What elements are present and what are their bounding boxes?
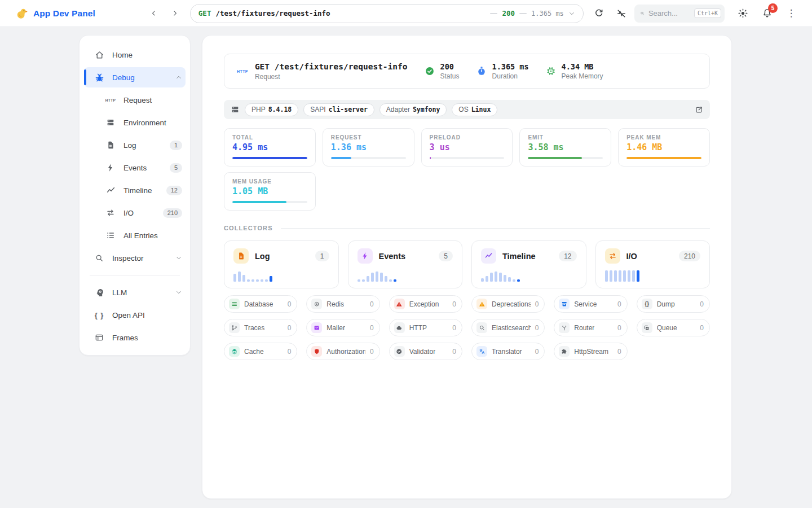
chip-traces[interactable]: Traces0	[224, 319, 297, 336]
collector-card-io[interactable]: I/O 210	[595, 240, 710, 288]
check-circle-icon	[425, 66, 435, 76]
forward-button[interactable]	[169, 7, 182, 20]
sidebar-item-open-api[interactable]: { } Open API	[80, 304, 190, 326]
events-sparkline	[358, 270, 453, 282]
count-badge: 5	[170, 163, 182, 173]
search-box[interactable]: Ctrl+K	[634, 5, 725, 23]
chip-validator[interactable]: Validator0	[389, 343, 462, 360]
sidebar-item-label: Inspector	[112, 254, 144, 262]
back-button[interactable]	[147, 7, 161, 20]
duck-logo-icon	[16, 7, 28, 20]
chip-http[interactable]: HTTP0	[389, 319, 462, 336]
section-divider	[281, 228, 710, 229]
shield-icon	[311, 346, 322, 357]
search-icon	[640, 9, 645, 17]
check-circle-icon	[394, 346, 405, 357]
file-icon	[233, 248, 249, 264]
env-badge-os: OSLinux	[452, 103, 497, 116]
metric-card-total: TOTAL 4.95 ms	[224, 128, 316, 167]
sidebar-item-request[interactable]: HTTP Request	[80, 89, 190, 111]
app-brand: App Dev Panel	[16, 7, 95, 20]
stopwatch-icon	[476, 66, 487, 76]
sidebar-item-debug[interactable]: Debug	[80, 66, 190, 89]
collector-title: Log	[255, 252, 270, 261]
duration-value: 1.365 ms	[492, 62, 529, 71]
count-badge: 12	[166, 186, 182, 195]
chip-mailer[interactable]: Mailer0	[306, 319, 379, 336]
chevron-down-icon[interactable]	[568, 10, 575, 17]
env-badge-adapter: AdapterSymfony	[379, 103, 447, 116]
puzzle-icon	[559, 346, 570, 357]
metric-label: TOTAL	[232, 134, 307, 141]
open-environment-button[interactable]	[695, 106, 703, 114]
network-toggle-button[interactable]	[615, 7, 628, 20]
chip-dump[interactable]: {} Dump0	[637, 295, 710, 313]
sidebar-item-home[interactable]: Home	[80, 43, 190, 66]
refresh-button[interactable]	[593, 7, 605, 20]
request-path: /test/fixtures/request-info	[215, 9, 330, 17]
chip-database[interactable]: Database0	[224, 295, 297, 313]
metrics-grid: TOTAL 4.95 ms REQUEST 1.36 ms PRELOAD 3 …	[224, 128, 710, 211]
sidebar-item-timeline[interactable]: Timeline 12	[80, 179, 190, 202]
sidebar-item-label: Debug	[112, 73, 135, 82]
metric-card-emit: EMIT 3.58 ms	[519, 128, 611, 167]
sidebar-item-log[interactable]: Log 1	[80, 134, 190, 156]
bug-icon	[94, 72, 104, 82]
metric-card-preload: PRELOAD 3 us	[421, 128, 513, 167]
braces-icon: {}	[642, 299, 652, 309]
mail-icon	[311, 322, 322, 333]
translate-icon	[476, 346, 487, 357]
env-badge-php: PHP8.4.18	[245, 103, 298, 116]
notifications-button[interactable]: 5	[761, 7, 773, 20]
search-input[interactable]	[648, 9, 690, 17]
chevron-down-icon	[175, 255, 182, 261]
memory-value: 4.34 MB	[562, 62, 603, 71]
theme-toggle-button[interactable]	[736, 7, 749, 20]
sidebar-item-io[interactable]: I/O 210	[80, 202, 190, 224]
chip-deprecations[interactable]: Deprecations0	[471, 295, 545, 313]
sidebar-item-events[interactable]: Events 5	[80, 156, 190, 179]
collector-card-timeline[interactable]: Timeline 12	[471, 240, 586, 288]
chip-service[interactable]: Service0	[554, 295, 627, 313]
metric-value: 1.36 ms	[331, 142, 406, 152]
chip-redis[interactable]: Redis0	[306, 295, 379, 313]
request-subtitle: Request	[255, 73, 408, 81]
chip-authorization[interactable]: Authorization0	[306, 343, 379, 360]
sidebar-item-label: Home	[112, 51, 133, 59]
chip-httpstream[interactable]: HttpStream0	[554, 343, 627, 360]
bolt-icon	[105, 163, 116, 173]
sidebar-item-label: Environment	[123, 119, 166, 127]
chip-translator[interactable]: Translator0	[471, 343, 545, 360]
status-label: Status	[440, 72, 460, 80]
chip-router[interactable]: Router0	[554, 319, 627, 336]
sidebar-item-label: Log	[123, 141, 136, 150]
chip-exception[interactable]: Exception0	[389, 295, 462, 313]
chip-elasticsearch[interactable]: Elasticsearch0	[471, 319, 545, 336]
collector-card-log[interactable]: Log 1	[224, 240, 339, 288]
sidebar-item-frames[interactable]: Frames	[80, 326, 190, 349]
request-method: GET	[198, 9, 211, 17]
cloud-icon	[394, 322, 405, 333]
sidebar-item-label: Open API	[112, 311, 145, 319]
server-icon	[105, 117, 116, 128]
chevron-left-icon	[150, 10, 157, 17]
memory-label: Peak Memory	[562, 72, 603, 80]
metric-value: 1.46 MB	[626, 142, 701, 152]
sidebar-item-llm[interactable]: LLM	[80, 281, 190, 304]
metric-label: EMIT	[528, 134, 603, 141]
log-sparkline	[233, 270, 329, 282]
frame-icon	[94, 332, 104, 343]
top-bar: App Dev Panel GET /test/fixtures/request…	[0, 0, 812, 27]
sidebar-item-environment[interactable]: Environment	[80, 111, 190, 134]
collector-card-events[interactable]: Events 5	[348, 240, 463, 288]
history-nav	[147, 7, 182, 20]
overflow-menu-button[interactable]: ⋮	[785, 7, 797, 20]
collector-chips: Database0 Redis0 Exception0 Deprecations…	[224, 295, 710, 360]
request-url-bar[interactable]: GET /test/fixtures/request-info 200 1.36…	[190, 4, 584, 23]
sidebar-item-all-entries[interactable]: All Entries	[80, 224, 190, 247]
chevron-up-icon	[175, 74, 182, 81]
main-panel: HTTP GET /test/fixtures/request-info Req…	[202, 35, 732, 499]
chip-cache[interactable]: Cache0	[224, 343, 297, 360]
chip-queue[interactable]: Queue0	[637, 319, 710, 336]
sidebar-item-inspector[interactable]: Inspector	[80, 247, 190, 269]
